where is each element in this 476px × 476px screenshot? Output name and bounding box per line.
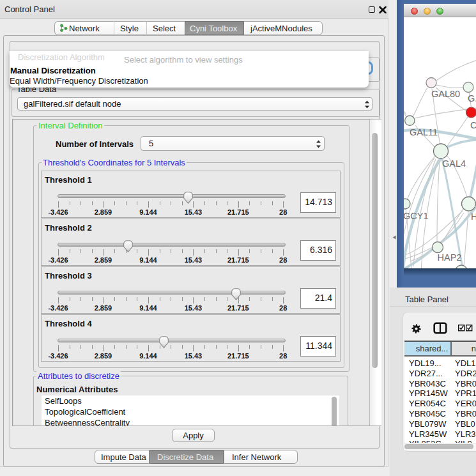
svg-text:GAL4: GAL4 — [442, 158, 466, 169]
svg-text:G.: G. — [468, 93, 476, 104]
svg-text:HAP2: HAP2 — [438, 252, 462, 263]
svg-text:GAL80: GAL80 — [431, 89, 460, 99]
svg-text:GAL11: GAL11 — [410, 127, 438, 137]
svg-text:C: C — [470, 120, 476, 130]
svg-text:H: H — [471, 211, 476, 222]
svg-text:GCY1: GCY1 — [404, 211, 429, 221]
